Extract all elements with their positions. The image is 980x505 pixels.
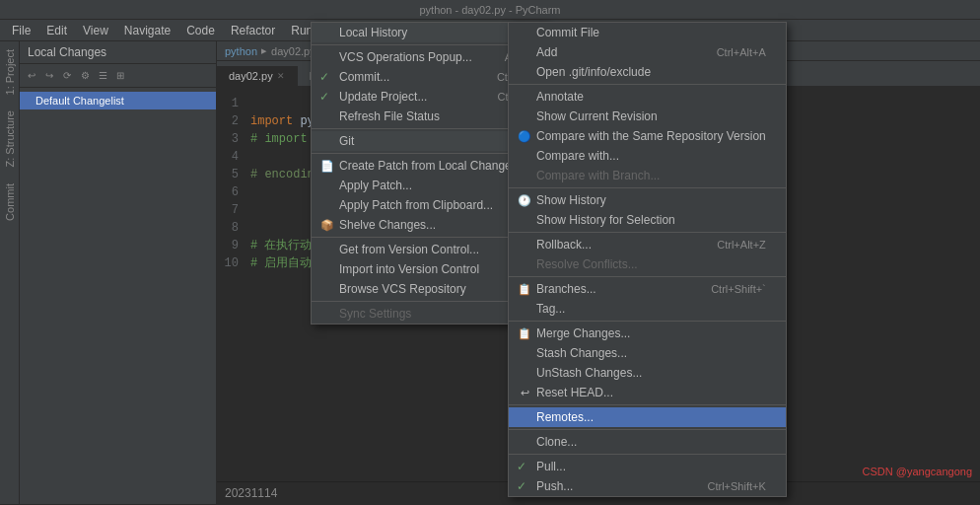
menu-file[interactable]: File [4, 22, 38, 39]
toolbar-refresh[interactable]: ⟳ [59, 68, 75, 84]
git-show-history-selection[interactable]: Show History for Selection [509, 210, 786, 230]
git-stash-changes[interactable]: Stash Changes... [509, 343, 786, 363]
git-compare-same-repo[interactable]: 🔵 Compare with the Same Repository Versi… [509, 126, 786, 146]
git-sep-3 [509, 232, 786, 233]
titlebar: python - day02.py - PyCharm [0, 0, 980, 20]
breadcrumb-project: python [225, 45, 257, 57]
git-compare-with[interactable]: Compare with... [509, 146, 786, 166]
git-resolve-conflicts: Resolve Conflicts... [509, 254, 786, 274]
project-panel: Local Changes ↩ ↪ ⟳ ⚙ ☰ ⊞ Default Change… [20, 41, 217, 504]
git-remotes[interactable]: Remotes... [509, 407, 786, 427]
watermark: CSDN @yangcangong [863, 466, 972, 477]
git-sep-7 [509, 429, 786, 430]
panel-title: Local Changes [28, 45, 106, 59]
sidebar-tab-commit[interactable]: Commit [0, 176, 19, 229]
git-sep-1 [509, 84, 786, 85]
git-show-history[interactable]: 🕐 Show History [509, 190, 786, 210]
bottom-date: 20231114 [225, 486, 277, 500]
git-submenu: Commit File Add Ctrl+Alt+A Open .git/inf… [508, 22, 787, 497]
watermark-text: CSDN @yangcangong [863, 466, 972, 477]
git-commit-file[interactable]: Commit File [509, 23, 786, 42]
branches-icon: 📋 [517, 283, 532, 296]
panel-toolbar: ↩ ↪ ⟳ ⚙ ☰ ⊞ [20, 64, 216, 88]
git-reset-head[interactable]: ↩ Reset HEAD... [509, 383, 786, 402]
menu-navigate[interactable]: Navigate [116, 22, 178, 39]
sidebar-tab-structure[interactable]: Z: Structure [0, 103, 19, 175]
git-annotate[interactable]: Annotate [509, 87, 786, 107]
menu-edit[interactable]: Edit [38, 22, 75, 39]
git-tag[interactable]: Tag... [509, 299, 786, 319]
toolbar-undo[interactable]: ↩ [24, 68, 39, 84]
toolbar-menu[interactable]: ☰ [95, 68, 110, 84]
git-open-gitinfo[interactable]: Open .git/info/exclude [509, 62, 786, 82]
tab-day02[interactable]: day02.py ✕ [217, 66, 298, 86]
menu-code[interactable]: Code [178, 22, 223, 39]
changelist-label: Default Changelist [35, 95, 124, 107]
tab-day02-close[interactable]: ✕ [277, 71, 285, 81]
panel-content: Default Changelist [20, 88, 216, 504]
toolbar-settings[interactable]: ⚙ [77, 68, 93, 84]
git-sep-4 [509, 276, 786, 277]
git-show-current-revision[interactable]: Show Current Revision [509, 107, 786, 126]
create-patch-icon: 📄 [319, 160, 335, 173]
git-clone[interactable]: Clone... [509, 432, 786, 452]
git-compare-branch: Compare with Branch... [509, 166, 786, 185]
git-sep-6 [509, 404, 786, 405]
menu-refactor[interactable]: Refactor [223, 22, 283, 39]
breadcrumb-sep: ▸ [261, 44, 267, 57]
tab-day02-label: day02.py [229, 70, 273, 82]
git-rollback[interactable]: Rollback... Ctrl+Alt+Z [509, 235, 786, 254]
menu-view[interactable]: View [75, 22, 116, 39]
git-sep-5 [509, 321, 786, 322]
git-push[interactable]: ✓ Push... Ctrl+Shift+K [509, 476, 786, 496]
reset-icon: ↩ [517, 387, 532, 399]
sidebar-tabs: 1: Project Z: Structure Commit [0, 41, 20, 504]
git-sep-8 [509, 454, 786, 455]
shelve-icon: 📦 [319, 219, 335, 232]
compare-icon: 🔵 [517, 130, 532, 143]
title-text: python - day02.py - PyCharm [419, 4, 560, 16]
default-changelist[interactable]: Default Changelist [20, 92, 216, 109]
breadcrumb-file: day02.py [271, 45, 315, 57]
git-branches[interactable]: 📋 Branches... Ctrl+Shift+` [509, 279, 786, 299]
git-pull[interactable]: ✓ Pull... [509, 457, 786, 476]
sidebar-tab-project[interactable]: 1: Project [0, 41, 19, 103]
git-sep-2 [509, 187, 786, 188]
panel-header: Local Changes [20, 41, 216, 64]
toolbar-redo[interactable]: ↪ [41, 68, 57, 84]
git-add[interactable]: Add Ctrl+Alt+A [509, 42, 786, 62]
git-unstash-changes[interactable]: UnStash Changes... [509, 363, 786, 383]
merge-icon: 📋 [517, 327, 532, 340]
git-merge-changes[interactable]: 📋 Merge Changes... [509, 324, 786, 343]
toolbar-layout[interactable]: ⊞ [112, 68, 128, 84]
history-icon: 🕐 [517, 194, 532, 207]
